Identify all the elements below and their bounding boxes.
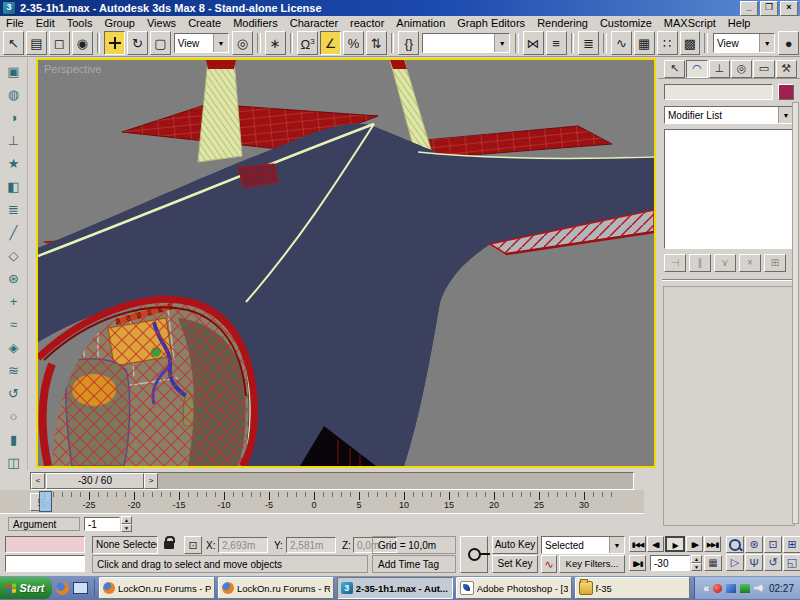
maxscript-macro-recorder[interactable]	[5, 536, 85, 553]
percent-snap-toggle-button[interactable]: %	[343, 31, 364, 55]
pan-button[interactable]: Ψ	[745, 554, 763, 571]
array-tool-icon[interactable]: ▣	[2, 61, 26, 82]
arc-rotate-button[interactable]: ↺	[764, 554, 782, 571]
auto-key-button[interactable]: Auto Key	[492, 536, 538, 554]
edit-named-selections-button[interactable]: {}	[398, 31, 419, 55]
use-pivot-center-button[interactable]: ◎	[232, 31, 253, 55]
tray-chevron[interactable]: «	[703, 583, 709, 594]
ripple-tool-icon[interactable]: ≋	[2, 360, 26, 381]
cylinder-tool-icon[interactable]: ▮	[2, 429, 26, 450]
argument-spinner[interactable]: ▲▼	[121, 516, 132, 532]
menu-graph-editors[interactable]: Graph Editors	[451, 17, 531, 29]
key-selection-dropdown[interactable]: Selected ▼	[541, 536, 625, 554]
close-button[interactable]: ×	[780, 1, 798, 16]
angle-snap-toggle-button[interactable]: ∠	[320, 31, 341, 55]
taskbar-task[interactable]: Adobe Photoshop - [3.j...	[456, 577, 572, 599]
y-coordinate-field[interactable]: 2,581m	[286, 537, 336, 553]
zoom-all-button[interactable]: ⊛	[745, 536, 763, 553]
rotate-tool-icon[interactable]: ↺	[2, 383, 26, 404]
rectangular-selection-region-button[interactable]: ◻	[49, 31, 70, 55]
material-editor-button[interactable]: ∷	[657, 31, 678, 55]
stack-tool-icon[interactable]: ≣	[2, 199, 26, 220]
zoom-extents-all-button[interactable]: ⊞	[783, 536, 800, 553]
sphere-tool-icon[interactable]: ◑	[2, 107, 26, 128]
tab-create[interactable]: ↖	[664, 60, 685, 78]
snap-toggle-3d-button[interactable]: Ω3	[297, 31, 318, 55]
select-and-rotate-button[interactable]: ↻	[127, 31, 148, 55]
time-slider-prev-button[interactable]: <	[31, 473, 45, 489]
gear-tool-icon[interactable]: ⊛	[2, 268, 26, 289]
select-and-manipulate-button[interactable]: ∗	[265, 31, 286, 55]
wave-tool-icon[interactable]: ≈	[2, 314, 26, 335]
go-to-start-button[interactable]: ▮◀◀	[629, 536, 646, 552]
menu-reactor[interactable]: reactor	[344, 17, 390, 29]
time-slider-thumb[interactable]: -30 / 60	[46, 473, 144, 489]
tab-utilities[interactable]: ⚒	[776, 60, 797, 78]
absolute-mode-button[interactable]: ⊡	[184, 536, 202, 554]
configure-modifier-sets-button[interactable]: ⊞	[764, 254, 786, 272]
set-key-button[interactable]: Set Key	[492, 555, 538, 573]
taskbar-task[interactable]: 32-35-1h1.max - Aut...	[337, 577, 453, 599]
checker-tool-icon[interactable]: ◧	[2, 176, 26, 197]
schematic-view-button[interactable]: ▦	[634, 31, 655, 55]
tray-display-icon[interactable]	[726, 584, 736, 593]
named-selection-sets-dropdown[interactable]: ▼	[422, 33, 510, 53]
field-of-view-button[interactable]: ▷	[726, 554, 744, 571]
min-max-toggle-button[interactable]: ◱	[783, 554, 800, 571]
set-keys-button[interactable]	[460, 536, 488, 573]
maxscript-mini-listener[interactable]	[5, 555, 85, 572]
show-end-result-button[interactable]: ∥	[689, 254, 711, 272]
viewport-label[interactable]: Perspective	[44, 63, 101, 75]
pencil-tool-icon[interactable]: ╱	[2, 222, 26, 243]
play-button[interactable]: ▶	[665, 536, 685, 552]
menu-rendering[interactable]: Rendering	[531, 17, 594, 29]
selection-filter-button[interactable]: ◉	[72, 31, 93, 55]
menu-modifiers[interactable]: Modifiers	[227, 17, 284, 29]
align-button[interactable]: ≡	[546, 31, 567, 55]
star-tool-icon[interactable]: ★	[2, 153, 26, 174]
go-to-end-button[interactable]: ▶▶▮	[704, 536, 721, 552]
modifier-stack-list[interactable]	[664, 129, 794, 249]
menu-create[interactable]: Create	[182, 17, 227, 29]
menu-group[interactable]: Group	[98, 17, 141, 29]
tray-record-icon[interactable]	[713, 584, 722, 593]
start-button[interactable]: Start	[0, 577, 52, 599]
time-configuration-button[interactable]: ▦	[704, 555, 722, 571]
menu-help[interactable]: Help	[722, 17, 757, 29]
object-color-swatch[interactable]	[778, 84, 794, 100]
mirror-button[interactable]: ⋈	[523, 31, 544, 55]
quick-render-button[interactable]: ●	[778, 31, 799, 55]
object-name-field[interactable]	[664, 84, 773, 100]
spindle-tool-icon[interactable]: ⊥	[2, 130, 26, 151]
current-frame-field[interactable]: -30	[650, 555, 690, 571]
select-object-button[interactable]: ↖	[3, 31, 24, 55]
tab-modify[interactable]: ◠	[686, 60, 707, 78]
teapot-tool-icon[interactable]: ◍	[2, 84, 26, 105]
menu-character[interactable]: Character	[284, 17, 344, 29]
make-unique-button[interactable]: ⋎	[714, 254, 736, 272]
menu-animation[interactable]: Animation	[390, 17, 451, 29]
chevron-down-icon[interactable]: ▼	[609, 537, 624, 553]
bone-tool-icon[interactable]: ○	[2, 406, 26, 427]
menu-file[interactable]: File	[0, 17, 30, 29]
tab-motion[interactable]: ◎	[731, 60, 752, 78]
chevron-down-icon[interactable]: ▼	[778, 107, 793, 123]
menu-customize[interactable]: Customize	[594, 17, 658, 29]
tab-hierarchy[interactable]: ⊥	[709, 60, 730, 78]
frame-spinner[interactable]: ▲▼	[691, 555, 702, 571]
zoom-extents-button[interactable]: ⊡	[764, 536, 782, 553]
menu-views[interactable]: Views	[141, 17, 182, 29]
x-coordinate-field[interactable]: 2,693m	[218, 537, 268, 553]
pivot-tool-icon[interactable]: +	[2, 291, 26, 312]
remove-modifier-button[interactable]: ×	[739, 254, 761, 272]
modifier-list-dropdown[interactable]: Modifier List ▼	[664, 106, 794, 124]
selection-lock-icon[interactable]	[164, 541, 174, 549]
menu-tools[interactable]: Tools	[61, 17, 99, 29]
time-slider-next-button[interactable]: >	[144, 473, 158, 489]
tab-display[interactable]: ▭	[753, 60, 774, 78]
layer-manager-button[interactable]: ≣	[578, 31, 599, 55]
maximize-button[interactable]: ❐	[760, 1, 778, 16]
spinner-snap-toggle-button[interactable]: ⇅	[366, 31, 387, 55]
render-view-dropdown[interactable]: View▼	[713, 33, 775, 53]
default-in-out-tangents-button[interactable]: ∿	[541, 555, 557, 573]
